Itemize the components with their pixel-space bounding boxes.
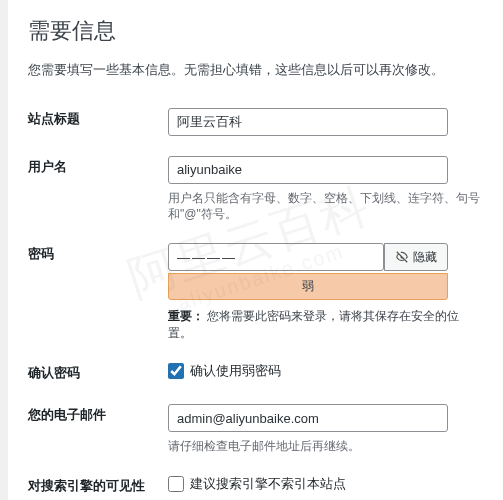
eye-off-icon bbox=[395, 250, 409, 264]
email-label: 您的电子邮件 bbox=[28, 394, 168, 465]
password-strength: 弱 bbox=[168, 273, 448, 300]
confirm-weak-password-checkbox[interactable] bbox=[168, 363, 184, 379]
site-title-input[interactable] bbox=[168, 108, 448, 136]
visibility-checkbox-text: 建议搜索引擎不索引本站点 bbox=[190, 475, 346, 493]
intro-text: 您需要填写一些基本信息。无需担心填错，这些信息以后可以再次修改。 bbox=[28, 60, 483, 80]
password-label: 密码 bbox=[28, 233, 168, 352]
hide-password-text: 隐藏 bbox=[413, 249, 437, 266]
email-input[interactable] bbox=[168, 404, 448, 432]
visibility-label: 对搜索引擎的可见性 bbox=[28, 465, 168, 500]
password-important-text: 您将需要此密码来登录，请将其保存在安全的位置。 bbox=[168, 309, 459, 340]
install-form: 站点标题 用户名 用户名只能含有字母、数字、空格、下划线、连字符、句号和"@"符… bbox=[28, 98, 483, 501]
username-input[interactable] bbox=[168, 156, 448, 184]
username-label: 用户名 bbox=[28, 146, 168, 234]
password-important: 重要： 您将需要此密码来登录，请将其保存在安全的位置。 bbox=[168, 308, 483, 342]
hide-password-button[interactable]: 隐藏 bbox=[384, 243, 448, 271]
username-hint: 用户名只能含有字母、数字、空格、下划线、连字符、句号和"@"符号。 bbox=[168, 190, 483, 224]
confirm-weak-password-text: 确认使用弱密码 bbox=[190, 362, 281, 380]
visibility-checkbox[interactable] bbox=[168, 476, 184, 492]
email-hint: 请仔细检查电子邮件地址后再继续。 bbox=[168, 438, 483, 455]
page-title: 需要信息 bbox=[28, 16, 483, 46]
confirm-password-label: 确认密码 bbox=[28, 352, 168, 394]
password-important-label: 重要： bbox=[168, 309, 204, 323]
password-input[interactable] bbox=[168, 243, 384, 271]
site-title-label: 站点标题 bbox=[28, 98, 168, 146]
